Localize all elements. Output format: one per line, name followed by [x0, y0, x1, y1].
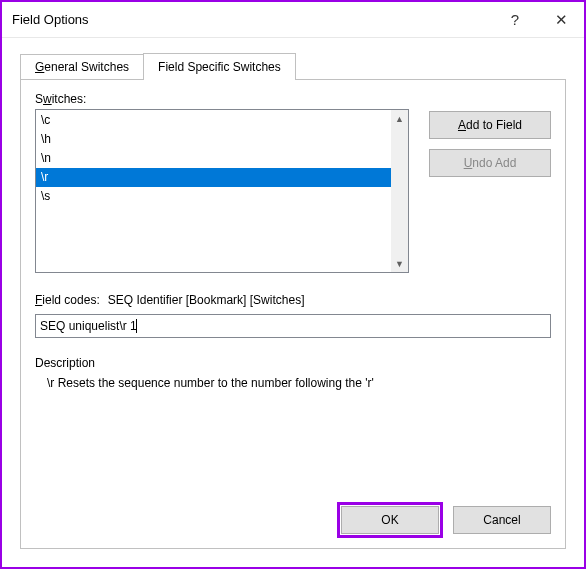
- description-text: \r Resets the sequence number to the num…: [35, 376, 551, 390]
- scroll-up-icon[interactable]: ▲: [391, 110, 408, 127]
- switches-label: Switches:: [35, 92, 551, 106]
- window-title: Field Options: [12, 12, 492, 27]
- list-item[interactable]: \c: [36, 111, 391, 130]
- switches-listbox[interactable]: \c \h \n \r \s ▲ ▼: [35, 109, 409, 273]
- description-group: Description \r Resets the sequence numbe…: [35, 356, 551, 390]
- switches-row: \c \h \n \r \s ▲ ▼ Add to Field: [35, 109, 551, 273]
- side-buttons: Add to Field Undo Add: [429, 109, 551, 273]
- add-to-field-button[interactable]: Add to Field: [429, 111, 551, 139]
- titlebar: Field Options ? ✕: [2, 2, 584, 38]
- tab-panel: Switches: \c \h \n \r \s ▲ ▼: [20, 80, 566, 549]
- field-codes-input[interactable]: SEQ uniquelist\r 1: [40, 319, 137, 333]
- text-caret: [136, 319, 137, 333]
- description-label: Description: [35, 356, 551, 370]
- list-item-selected[interactable]: \r: [36, 168, 391, 187]
- scrollbar[interactable]: ▲ ▼: [391, 110, 408, 272]
- ok-button[interactable]: OK: [341, 506, 439, 534]
- close-button[interactable]: ✕: [538, 2, 584, 38]
- list-item[interactable]: \s: [36, 187, 391, 206]
- field-codes-label: Field codes:: [35, 293, 100, 307]
- list-item[interactable]: \h: [36, 130, 391, 149]
- switches-list[interactable]: \c \h \n \r \s: [36, 110, 391, 272]
- field-codes-row: Field codes: SEQ Identifier [Bookmark] […: [35, 293, 551, 310]
- scroll-down-icon[interactable]: ▼: [391, 255, 408, 272]
- tab-general-switches[interactable]: General Switches: [20, 54, 144, 79]
- tab-strip: General Switches Field Specific Switches: [20, 52, 566, 80]
- content-area: General Switches Field Specific Switches…: [2, 38, 584, 567]
- field-codes-input-wrap[interactable]: SEQ uniquelist\r 1: [35, 314, 551, 338]
- field-codes-hint: SEQ Identifier [Bookmark] [Switches]: [108, 293, 305, 307]
- undo-add-button[interactable]: Undo Add: [429, 149, 551, 177]
- tab-field-specific-switches[interactable]: Field Specific Switches: [143, 53, 296, 80]
- help-button[interactable]: ?: [492, 2, 538, 38]
- scroll-track[interactable]: [391, 127, 408, 255]
- list-item[interactable]: \n: [36, 149, 391, 168]
- cancel-button[interactable]: Cancel: [453, 506, 551, 534]
- dialog-footer: OK Cancel: [35, 492, 551, 534]
- field-options-dialog: Field Options ? ✕ General Switches Field…: [0, 0, 586, 569]
